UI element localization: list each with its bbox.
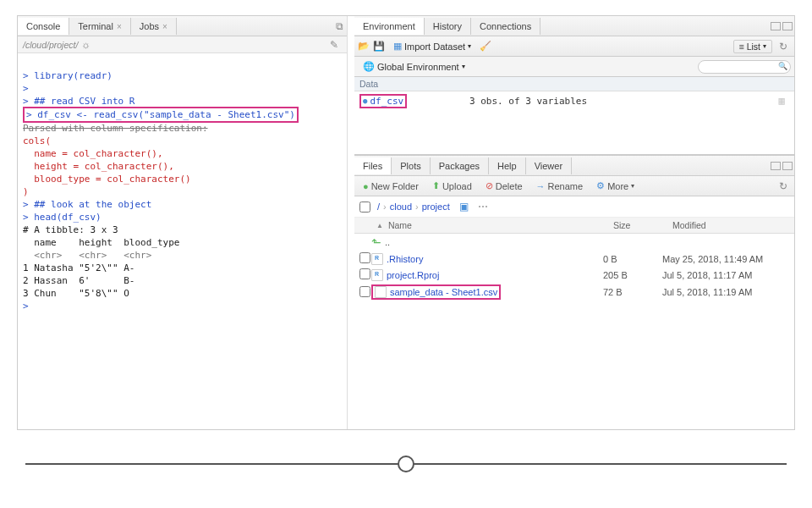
maximize-icon[interactable] — [782, 22, 793, 30]
minimize-icon[interactable] — [771, 162, 781, 170]
env-toolbar: 📂 💾 ▦Import Dataset▾ 🧹 ≡ List ▾ ↻ — [354, 36, 794, 57]
file-row[interactable]: project.Rproj 205 B Jul 5, 2018, 11:17 A… — [354, 267, 794, 283]
tab-environment[interactable]: Environment — [354, 18, 425, 35]
console-pane: Console Terminal× Jobs× ⧉ /cloud/project… — [18, 16, 348, 429]
var-name: df_csv — [370, 96, 403, 107]
pane-window-controls — [771, 22, 793, 30]
more-button[interactable]: ⚙More▾ — [591, 179, 639, 193]
r-file-icon — [371, 269, 383, 281]
import-dataset-button[interactable]: ▦Import Dataset▾ — [388, 39, 476, 53]
right-pane: Environment History Connections 📂 💾 ▦Imp… — [354, 16, 794, 429]
tab-history[interactable]: History — [425, 18, 471, 35]
tab-jobs[interactable]: Jobs× — [131, 18, 177, 35]
list-grid-toggle[interactable]: ≡ List ▾ — [733, 40, 772, 53]
tab-console[interactable]: Console — [18, 18, 69, 35]
tab-connections[interactable]: Connections — [471, 18, 540, 35]
breadcrumb-cloud[interactable]: cloud — [390, 202, 412, 212]
breadcrumb-root[interactable]: / — [377, 202, 380, 212]
file-checkbox[interactable] — [359, 252, 370, 263]
file-name[interactable]: project.Rproj — [387, 270, 439, 280]
env-variable-row[interactable]: ●df_csv 3 obs. of 3 variables ▦ — [354, 91, 794, 110]
scope-selector[interactable]: 🌐Global Environment▾ — [358, 59, 470, 74]
file-row[interactable]: sample_data - Sheet1.csv 72 B Jul 5, 201… — [354, 283, 794, 301]
tab-files[interactable]: Files — [354, 157, 392, 174]
env-tab-bar: Environment History Connections — [354, 16, 794, 36]
file-modified: May 25, 2018, 11:49 AM — [662, 254, 789, 264]
maximize-icon[interactable] — [782, 162, 793, 170]
expand-icon[interactable]: ● — [363, 97, 367, 105]
upload-button[interactable]: ⬆Upload — [427, 179, 477, 193]
up-arrow-icon: ⬑ — [371, 235, 381, 249]
close-icon[interactable]: × — [162, 22, 167, 31]
tab-viewer[interactable]: Viewer — [526, 157, 572, 174]
console-output[interactable]: > library(readr) > > ## read CSV into R … — [18, 53, 347, 429]
file-size: 72 B — [603, 287, 662, 297]
col-name[interactable]: Name — [388, 220, 412, 230]
more-dots-icon[interactable]: ⋯ — [475, 199, 491, 214]
open-icon[interactable]: 📂 — [358, 41, 370, 52]
files-breadcrumb: / › cloud › project ▣ ⋯ — [354, 196, 794, 218]
file-modified: Jul 5, 2018, 11:19 AM — [662, 287, 789, 297]
files-toolbar: ●New Folder ⬆Upload ⊘Delete →Rename ⚙Mor… — [354, 176, 794, 196]
files-tab-bar: Files Plots Packages Help Viewer — [354, 156, 794, 176]
close-icon[interactable]: × — [117, 22, 122, 31]
rename-button[interactable]: →Rename — [531, 179, 589, 193]
files-pane: Files Plots Packages Help Viewer ●New Fo… — [354, 156, 794, 429]
file-modified: Jul 5, 2018, 11:17 AM — [662, 270, 789, 280]
file-icon — [375, 286, 387, 298]
console-path-bar: /cloud/project/ ☼ ✎ — [18, 36, 347, 53]
select-all-checkbox[interactable] — [359, 202, 370, 213]
tab-help[interactable]: Help — [489, 157, 526, 174]
section-divider — [25, 454, 787, 474]
file-size: 0 B — [603, 254, 662, 264]
files-list: ⬑.. .Rhistory 0 B May 25, 2018, 11:49 AM… — [354, 234, 794, 301]
file-name[interactable]: .Rhistory — [387, 254, 423, 264]
up-dir-row[interactable]: ⬑.. — [354, 234, 794, 251]
col-size[interactable]: Size — [608, 218, 667, 233]
env-search-input[interactable] — [698, 60, 791, 74]
delete-button[interactable]: ⊘Delete — [480, 179, 528, 193]
new-folder-button[interactable]: ●New Folder — [358, 179, 424, 193]
console-tab-bar: Console Terminal× Jobs× ⧉ — [18, 16, 347, 36]
file-checkbox[interactable] — [359, 286, 370, 297]
files-column-headers: ▲Name Size Modified — [354, 218, 794, 234]
grid-view-icon[interactable]: ▦ — [774, 93, 789, 108]
breadcrumb-project[interactable]: project — [422, 202, 450, 212]
rstudio-window: Console Terminal× Jobs× ⧉ /cloud/project… — [17, 15, 795, 430]
pane-window-controls — [771, 162, 793, 170]
file-name[interactable]: sample_data - Sheet1.csv — [390, 287, 497, 297]
env-scope-bar: 🌐Global Environment▾ — [354, 57, 794, 77]
save-icon[interactable]: 💾 — [373, 41, 385, 52]
minimize-icon[interactable] — [771, 22, 781, 30]
env-body: Data ●df_csv 3 obs. of 3 variables ▦ — [354, 77, 794, 154]
file-checkbox[interactable] — [359, 268, 370, 279]
tab-terminal[interactable]: Terminal× — [69, 18, 130, 35]
file-size: 205 B — [603, 270, 662, 280]
popout-icon[interactable]: ⧉ — [332, 19, 347, 34]
refresh-icon[interactable]: ↻ — [776, 39, 791, 54]
broom-icon[interactable]: 🧹 — [480, 41, 491, 52]
home-icon[interactable]: ▣ — [457, 199, 472, 214]
clear-icon[interactable]: ✎ — [326, 37, 342, 52]
working-dir-path: /cloud/project/ — [23, 40, 78, 50]
r-file-icon — [371, 253, 383, 265]
col-modified[interactable]: Modified — [667, 218, 794, 233]
tab-plots[interactable]: Plots — [392, 157, 430, 174]
var-desc: 3 obs. of 3 variables — [469, 96, 774, 107]
environment-pane: Environment History Connections 📂 💾 ▦Imp… — [354, 16, 794, 156]
file-row[interactable]: .Rhistory 0 B May 25, 2018, 11:49 AM — [354, 251, 794, 267]
chevron-icon[interactable]: ☼ — [78, 37, 93, 52]
refresh-icon[interactable]: ↻ — [776, 179, 791, 194]
tab-packages[interactable]: Packages — [431, 157, 489, 174]
env-section-data: Data — [354, 77, 794, 91]
